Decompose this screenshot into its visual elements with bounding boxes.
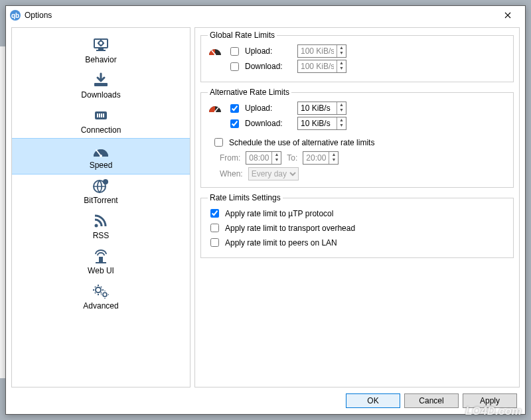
svg-point-12 (103, 179, 108, 184)
spinner-arrows-icon[interactable]: ▲▼ (271, 152, 281, 164)
overhead-label: Apply rate limit to transport overhead (225, 224, 355, 233)
behavior-icon (90, 36, 112, 54)
from-time-spinner[interactable]: ▲▼ (246, 151, 281, 165)
sidebar-item-label: Speed (90, 161, 113, 170)
alt-download-spinner[interactable]: ▲▼ (297, 117, 346, 130)
global-upload-checkbox[interactable] (230, 47, 239, 56)
apply-button[interactable]: Apply (463, 393, 517, 408)
global-download-spinner[interactable]: ▲▼ (297, 60, 346, 73)
svg-rect-8 (101, 113, 102, 117)
spinner-arrows-icon[interactable]: ▲▼ (337, 117, 346, 129)
from-label: From: (220, 153, 240, 163)
sidebar-item-label: Advanced (83, 301, 118, 311)
global-download-value[interactable] (298, 61, 337, 72)
download-label: Download: (245, 119, 293, 128)
sidebar-item-webui[interactable]: Web UI (12, 244, 190, 279)
gauge-icon (208, 44, 222, 56)
svg-point-19 (214, 111, 216, 113)
svg-rect-2 (96, 50, 106, 51)
sidebar-item-advanced[interactable]: Advanced (12, 279, 190, 315)
alt-upload-value[interactable] (298, 103, 337, 113)
button-label: OK (367, 396, 378, 405)
ok-button[interactable]: OK (346, 393, 400, 408)
to-time-spinner[interactable]: ▲▼ (303, 151, 339, 165)
upload-label: Upload: (245, 104, 293, 113)
from-time-value[interactable] (246, 153, 271, 163)
spinner-arrows-icon[interactable]: ▲▼ (337, 45, 346, 57)
spinner-arrows-icon[interactable]: ▲▼ (337, 102, 346, 114)
svg-point-16 (96, 287, 101, 293)
overhead-checkbox[interactable] (210, 224, 219, 232)
lan-label: Apply rate limit to peers on LAN (225, 238, 337, 247)
cancel-button[interactable]: Cancel (404, 393, 459, 408)
sidebar-item-label: Web UI (88, 266, 114, 275)
window-title: Options (25, 11, 52, 20)
svg-point-3 (99, 41, 104, 46)
sidebar-item-downloads[interactable]: Downloads (12, 68, 190, 104)
spinner-arrows-icon[interactable]: ▲▼ (329, 152, 338, 164)
category-sidebar: Behavior Downloads Connection Speed (11, 27, 190, 387)
svg-rect-7 (99, 113, 100, 117)
options-dialog: qb Options Behavior Downloads (5, 5, 526, 415)
app-icon: qb (10, 10, 21, 21)
alt-upload-checkbox[interactable] (230, 104, 239, 113)
alt-download-checkbox[interactable] (230, 119, 239, 128)
group-legend: Alternative Rate Limits (208, 88, 291, 97)
alt-download-value[interactable] (298, 118, 337, 129)
sidebar-item-connection[interactable]: Connection (12, 104, 190, 139)
alt-upload-spinner[interactable]: ▲▼ (297, 102, 346, 115)
sidebar-item-bittorrent[interactable]: BitTorrent (12, 174, 190, 209)
svg-point-17 (103, 293, 107, 297)
alt-rate-limits-group: Alternative Rate Limits Upload: ▲▼ (200, 88, 514, 188)
settings-pane: Global Rate Limits Upload: ▲▼ (194, 27, 520, 387)
spinner-arrows-icon[interactable]: ▲▼ (337, 60, 346, 72)
svg-rect-4 (94, 83, 108, 86)
upload-label: Upload: (245, 46, 293, 56)
webui-icon (90, 247, 112, 265)
sidebar-item-label: Downloads (81, 90, 120, 100)
group-legend: Global Rate Limits (208, 31, 277, 40)
when-label: When: (220, 169, 243, 178)
close-icon (504, 12, 511, 19)
gauge-icon (208, 102, 222, 113)
sidebar-item-speed[interactable]: Speed (12, 139, 190, 174)
to-label: To: (287, 153, 297, 163)
sidebar-item-behavior[interactable]: Behavior (12, 33, 190, 68)
svg-rect-9 (103, 113, 104, 117)
rss-icon (90, 212, 112, 230)
button-label: Cancel (419, 396, 443, 405)
close-button[interactable] (494, 6, 521, 25)
svg-point-13 (95, 224, 98, 228)
global-rate-limits-group: Global Rate Limits Upload: ▲▼ (200, 31, 514, 82)
utp-label: Apply rate limit to µTP protocol (225, 209, 333, 218)
global-download-checkbox[interactable] (230, 62, 239, 71)
lan-checkbox[interactable] (210, 238, 219, 247)
global-upload-value[interactable] (298, 46, 337, 56)
when-select[interactable]: Every day (248, 167, 299, 180)
svg-point-18 (214, 54, 216, 56)
group-legend: Rate Limits Settings (208, 193, 283, 202)
svg-rect-6 (97, 113, 98, 117)
sidebar-item-rss[interactable]: RSS (12, 209, 190, 244)
button-label: Apply (480, 396, 500, 405)
rate-limits-settings-group: Rate Limits Settings Apply rate limit to… (200, 193, 514, 258)
global-upload-spinner[interactable]: ▲▼ (297, 44, 346, 58)
dialog-footer: OK Cancel Apply (6, 387, 525, 414)
svg-rect-15 (96, 262, 106, 263)
sidebar-item-label: Connection (81, 125, 121, 135)
to-time-value[interactable] (303, 153, 329, 163)
download-label: Download: (245, 62, 293, 71)
svg-rect-1 (98, 48, 104, 50)
schedule-checkbox[interactable] (214, 138, 223, 147)
schedule-label: Schedule the use of alternative rate lim… (229, 138, 374, 147)
downloads-icon (90, 71, 112, 90)
bittorrent-icon (90, 176, 112, 195)
svg-point-10 (100, 155, 102, 157)
svg-rect-14 (99, 257, 103, 262)
connection-icon (90, 106, 112, 125)
sidebar-item-label: Behavior (85, 55, 116, 64)
speed-icon (90, 141, 112, 160)
sidebar-item-label: BitTorrent (84, 196, 117, 205)
sidebar-item-label: RSS (93, 231, 110, 240)
utp-checkbox[interactable] (210, 209, 219, 218)
